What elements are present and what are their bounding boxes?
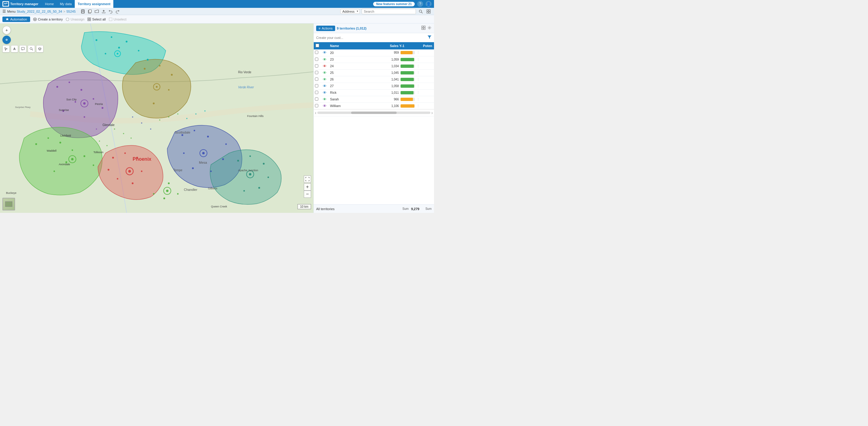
more-icon-Sarah[interactable]: ⋮	[416, 97, 420, 101]
visibility-icon-Sarah[interactable]: 👁	[323, 97, 327, 101]
svg-line-135	[32, 50, 33, 51]
row-checkbox-Rick[interactable]	[315, 91, 318, 94]
more-icon-24[interactable]: ⋮	[416, 64, 420, 68]
copy-button[interactable]	[87, 8, 93, 14]
map-area[interactable]: Surprise Sun City Peoria Glendale Avonda…	[0, 24, 313, 213]
visibility-icon-25[interactable]: 👁	[323, 70, 327, 75]
row-checkbox-20[interactable]	[315, 51, 318, 54]
visibility-icon-23[interactable]: 👁	[323, 57, 327, 62]
zoom-add-button[interactable]: +	[2, 26, 11, 34]
row-checkbox-27[interactable]	[315, 84, 318, 87]
nav-territory-assignment[interactable]: Territory assignment	[75, 0, 114, 8]
top-nav-right: New features summer 21 ? 👤	[373, 1, 432, 7]
right-panel: ≡ Actions 9 territories (1,012)	[313, 24, 434, 213]
grid-view-icon[interactable]	[426, 8, 432, 14]
search-map-tool[interactable]	[28, 45, 35, 53]
visibility-icon-27[interactable]: 👁	[323, 84, 327, 88]
menu-button[interactable]: ☰ Menu	[2, 9, 16, 13]
save-button[interactable]	[80, 8, 86, 14]
visibility-icon-26[interactable]: 👁	[323, 77, 327, 82]
grid-view-button[interactable]	[421, 26, 426, 31]
app-logo[interactable]: Territory manager	[2, 1, 38, 7]
row-checkbox-24[interactable]	[315, 64, 318, 67]
select-all-button[interactable]: Select all	[87, 18, 106, 21]
automation-button[interactable]: Automation	[2, 17, 30, 22]
unselect-button[interactable]: Unselect	[109, 18, 127, 21]
row-checkbox-William[interactable]	[315, 104, 318, 107]
main-content: Surprise Sun City Peoria Glendale Avonda…	[0, 24, 434, 213]
layers-tool[interactable]	[36, 45, 43, 53]
svg-point-35	[69, 82, 70, 83]
undo-button[interactable]	[107, 8, 114, 14]
nav-home[interactable]: Home	[42, 0, 57, 8]
search-icon[interactable]	[418, 8, 424, 14]
redo-button[interactable]	[115, 8, 121, 14]
visibility-icon-Rick[interactable]: 👁	[323, 90, 327, 95]
svg-point-56	[54, 171, 55, 172]
nav-my-data[interactable]: My data	[57, 0, 75, 8]
svg-text:Verde River: Verde River	[238, 86, 254, 89]
svg-point-60	[71, 158, 73, 160]
svg-point-80	[237, 160, 239, 161]
row-name-Rick: Rick	[328, 89, 388, 96]
comment-tool[interactable]	[19, 45, 27, 53]
svg-point-25	[96, 39, 97, 41]
row-checkbox-25[interactable]	[315, 71, 318, 74]
map-thumbnail[interactable]	[2, 198, 15, 210]
svg-point-45	[159, 65, 161, 67]
svg-text:Rio Verde: Rio Verde	[238, 70, 251, 74]
text-tool[interactable]: A	[11, 45, 18, 53]
search-input[interactable]	[362, 9, 416, 14]
unassign-button[interactable]: Unassign	[66, 18, 84, 21]
filter-icon[interactable]	[427, 35, 432, 40]
zoom-in-button[interactable]: +	[304, 183, 311, 190]
svg-point-89	[177, 193, 179, 195]
actions-button[interactable]: ≡ Actions	[316, 26, 335, 31]
visibility-icon-20[interactable]: 👁	[323, 50, 327, 55]
svg-rect-20	[90, 18, 91, 19]
user-avatar[interactable]: 👤	[426, 1, 432, 7]
select-tool-button[interactable]	[2, 36, 11, 44]
zoom-out-button[interactable]: −	[304, 190, 311, 198]
more-icon-27[interactable]: ⋮	[416, 84, 420, 88]
svg-point-88	[168, 182, 170, 184]
breadcrumb-id[interactable]: 55245	[66, 10, 76, 13]
svg-point-140	[429, 27, 430, 28]
select-all-checkbox[interactable]	[315, 44, 319, 47]
cursor-tool[interactable]	[2, 45, 10, 53]
more-icon-20[interactable]: ⋮	[416, 51, 420, 55]
more-icon-23[interactable]: ⋮	[416, 58, 420, 61]
more-icon-Rick[interactable]: ⋮	[416, 91, 420, 95]
new-features-button[interactable]: New features summer 21	[373, 2, 415, 6]
breadcrumb-study[interactable]: Study_2022_02_22_05_50_34	[17, 10, 62, 13]
scroll-left-icon[interactable]: ‹	[315, 110, 316, 115]
address-select[interactable]: Address	[340, 9, 360, 14]
svg-rect-14	[429, 12, 430, 13]
svg-point-41	[84, 116, 85, 118]
app-name: Territory manager	[10, 2, 38, 6]
more-icon-26[interactable]: ⋮	[416, 78, 420, 82]
top-navigation: Territory manager Home My data Territory…	[0, 0, 434, 8]
settings-icon[interactable]	[427, 26, 432, 31]
folder-button[interactable]	[94, 8, 100, 14]
help-icon[interactable]: ?	[417, 1, 423, 7]
scroll-right-icon[interactable]: ›	[431, 110, 433, 115]
potential-Rick	[421, 89, 434, 96]
territories-count[interactable]: 9 territories (1,012)	[337, 27, 367, 30]
map-scale: 10 km	[298, 204, 311, 209]
export-button[interactable]	[101, 8, 107, 14]
row-checkbox-23[interactable]	[315, 58, 318, 61]
visibility-icon-24[interactable]: 👁	[323, 64, 327, 68]
svg-rect-6	[82, 11, 84, 13]
more-icon-25[interactable]: ⋮	[416, 71, 420, 75]
panel-search-input[interactable]	[316, 36, 426, 39]
territories-table[interactable]: Name Sales Y-1 Poten 👁 20 959 ⋮	[314, 42, 434, 205]
fullscreen-button[interactable]	[304, 176, 311, 183]
address-select-wrapper[interactable]: Address	[340, 9, 360, 14]
row-checkbox-26[interactable]	[315, 78, 318, 81]
svg-point-99	[177, 113, 179, 115]
create-territory-button[interactable]: Create a territory	[33, 18, 63, 21]
more-icon-William[interactable]: ⋮	[416, 104, 420, 108]
row-checkbox-Sarah[interactable]	[315, 97, 318, 101]
visibility-icon-William[interactable]: 👁	[323, 104, 327, 108]
